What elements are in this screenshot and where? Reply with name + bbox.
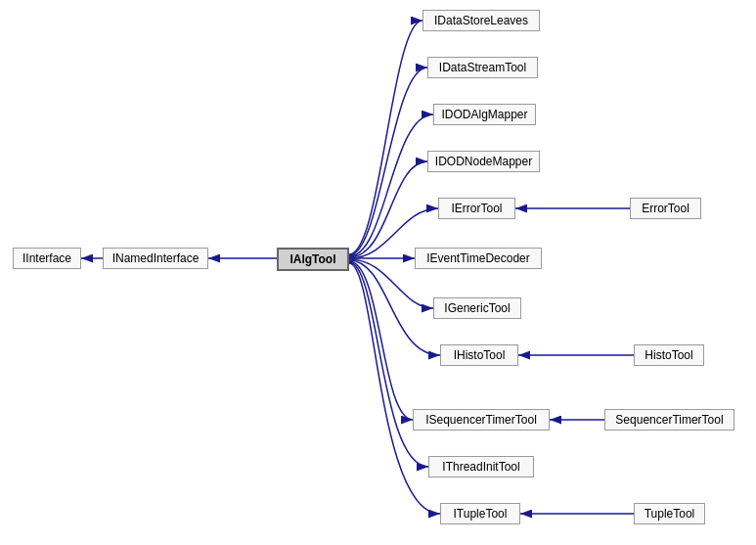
node-ithreadinittool: IThreadInitTool	[428, 456, 534, 477]
node-ieventtimeDecoder: IEventTimeDecoder	[415, 248, 542, 269]
node-inamedinterface: INamedInterface	[103, 248, 208, 269]
node-idatastoreleaves: IDataStoreLeaves	[422, 10, 540, 31]
node-ierrortool: IErrorTool	[438, 198, 515, 219]
diagram-svg	[0, 0, 756, 545]
node-isequencertimertool: ISequencerTimerTool	[413, 409, 550, 431]
node-histotool: HistoTool	[634, 344, 704, 366]
diagram-container: IInterface INamedInterface IAlgTool IDat…	[0, 0, 756, 545]
node-itupletool: ITupleTool	[440, 503, 520, 524]
node-errortool: ErrorTool	[630, 198, 701, 219]
node-idodnodemapper: IDODNodeMapper	[427, 151, 540, 172]
node-ialgtool: IAlgTool	[277, 248, 349, 271]
node-iinterface: IInterface	[13, 248, 81, 269]
node-idodalgmapper: IDODAlgMapper	[433, 104, 536, 125]
node-ihistotool: IHistoTool	[440, 344, 518, 366]
node-idatastreamtool: IDataStreamTool	[427, 57, 538, 78]
node-igenerictool: IGenericTool	[433, 297, 521, 319]
node-sequencertimertool: SequencerTimerTool	[604, 409, 734, 431]
node-tupletool: TupleTool	[634, 503, 705, 524]
